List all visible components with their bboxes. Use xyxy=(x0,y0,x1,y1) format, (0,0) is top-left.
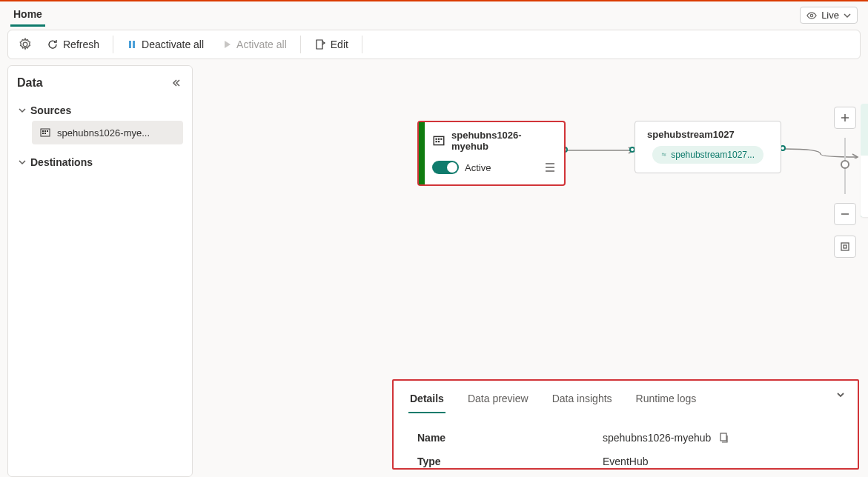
detail-type-value: EventHub xyxy=(603,456,648,467)
eventhub-icon xyxy=(39,127,51,139)
fit-icon xyxy=(840,241,850,252)
refresh-icon xyxy=(47,39,59,50)
edit-icon xyxy=(314,39,326,50)
svg-rect-18 xyxy=(844,245,847,248)
zoom-slider[interactable] xyxy=(844,138,846,194)
destinations-label: Destinations xyxy=(30,156,93,168)
copy-icon xyxy=(718,433,729,443)
edit-label: Edit xyxy=(331,39,348,50)
svg-rect-12 xyxy=(440,139,442,140)
canvas[interactable]: spehubns1026-myehub Active spehubstream1… xyxy=(193,65,868,477)
source-node-title: spehubns1026-myehub xyxy=(451,130,555,152)
sidebar-item-label: spehubns1026-mye... xyxy=(57,127,150,139)
tab-data-insights[interactable]: Data insights xyxy=(551,388,614,413)
collapse-sidebar-button[interactable] xyxy=(171,78,182,88)
divider xyxy=(362,36,362,53)
svg-rect-19 xyxy=(720,433,726,441)
plus-icon xyxy=(840,113,850,123)
svg-rect-10 xyxy=(436,139,437,140)
tab-details[interactable]: Details xyxy=(408,388,445,413)
active-toggle[interactable] xyxy=(432,161,459,174)
detail-name-label: Name xyxy=(417,432,603,444)
svg-rect-6 xyxy=(47,130,48,132)
svg-rect-2 xyxy=(133,41,135,48)
sources-header[interactable]: Sources xyxy=(17,100,183,121)
gear-icon xyxy=(19,38,32,51)
connection-line xyxy=(563,147,637,154)
svg-rect-4 xyxy=(42,130,44,132)
zoom-in-button[interactable] xyxy=(834,107,856,129)
destination-placeholder[interactable]: / Switch to edit mode to Transform event… xyxy=(861,104,868,217)
activate-all-button: Activate all xyxy=(214,34,294,55)
fit-view-button[interactable] xyxy=(834,236,856,258)
tab-home[interactable]: Home xyxy=(10,4,45,27)
eventhub-icon xyxy=(432,134,445,147)
tab-runtime-logs[interactable]: Runtime logs xyxy=(635,388,698,413)
tab-bar: Home Live xyxy=(0,1,868,27)
deactivate-all-label: Deactivate all xyxy=(142,39,204,50)
deactivate-all-button[interactable]: Deactivate all xyxy=(119,34,211,55)
stream-pill[interactable]: spehubstream1027... xyxy=(652,146,763,164)
svg-rect-14 xyxy=(438,141,440,142)
divider xyxy=(300,36,301,53)
chevron-down-icon xyxy=(19,159,26,166)
activate-all-label: Activate all xyxy=(236,39,287,50)
svg-point-0 xyxy=(810,14,813,17)
details-panel: Details Data preview Data insights Runti… xyxy=(392,379,859,470)
stream-node[interactable]: spehubstream1027 spehubstream1027... xyxy=(635,121,781,173)
destinations-header[interactable]: Destinations xyxy=(17,152,183,173)
zoom-controls xyxy=(834,107,856,258)
svg-rect-7 xyxy=(42,133,44,134)
stream-pill-label: spehubstream1027... xyxy=(671,150,755,160)
stream-icon xyxy=(661,150,666,160)
sidebar-title: Data xyxy=(17,76,183,90)
svg-rect-5 xyxy=(44,130,46,132)
tab-data-preview[interactable]: Data preview xyxy=(466,388,530,413)
sources-label: Sources xyxy=(30,104,71,116)
collapse-panel-button[interactable] xyxy=(835,390,846,400)
source-node[interactable]: spehubns1026-myehub Active xyxy=(417,121,566,186)
destination-text: Switch to edit mode to Transform event o… xyxy=(861,156,868,217)
zoom-thumb[interactable] xyxy=(841,160,849,169)
refresh-button[interactable]: Refresh xyxy=(39,34,107,55)
edit-button[interactable]: Edit xyxy=(307,34,356,55)
copy-button[interactable] xyxy=(718,433,729,443)
svg-rect-13 xyxy=(436,141,437,142)
chevron-double-left-icon xyxy=(171,78,182,88)
refresh-label: Refresh xyxy=(63,39,99,50)
settings-button[interactable] xyxy=(14,33,36,56)
menu-icon xyxy=(545,163,555,172)
node-accent xyxy=(419,122,425,184)
stream-node-title: spehubstream1027 xyxy=(644,129,772,140)
detail-name-value: spehubns1026-myehub xyxy=(603,432,711,444)
live-label: Live xyxy=(821,10,839,21)
eye-icon xyxy=(806,10,817,21)
svg-rect-11 xyxy=(438,139,440,140)
svg-rect-8 xyxy=(44,133,46,134)
svg-rect-17 xyxy=(841,243,849,250)
svg-rect-1 xyxy=(129,41,131,48)
ribbon: Refresh Deactivate all Activate all Edit xyxy=(7,30,861,59)
sidebar-item-source[interactable]: spehubns1026-mye... xyxy=(32,121,183,144)
sidebar: Data Sources spehubns1026-mye... Destina… xyxy=(7,65,193,477)
zoom-out-button[interactable] xyxy=(834,203,856,225)
node-menu-button[interactable] xyxy=(545,163,555,172)
divider xyxy=(113,36,113,53)
status-label: Active xyxy=(465,162,491,173)
live-dropdown[interactable]: Live xyxy=(800,7,858,24)
play-icon xyxy=(222,39,232,50)
chevron-down-icon xyxy=(19,107,26,114)
chevron-down-icon xyxy=(844,12,851,19)
detail-type-label: Type xyxy=(417,456,603,467)
pause-icon xyxy=(127,39,137,50)
chevron-down-icon xyxy=(835,390,846,400)
minus-icon xyxy=(840,209,850,219)
